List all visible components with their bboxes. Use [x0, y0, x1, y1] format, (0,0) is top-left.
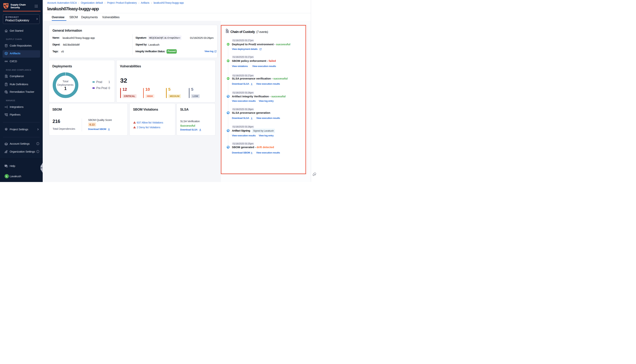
svg-text:?: ? — [5, 165, 6, 166]
